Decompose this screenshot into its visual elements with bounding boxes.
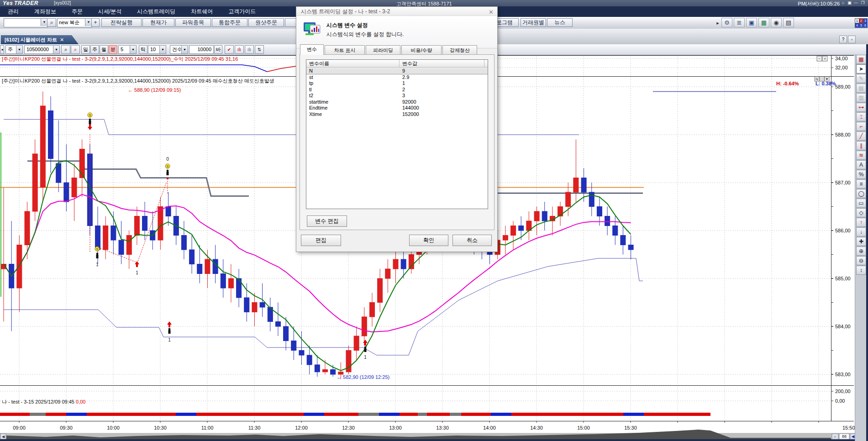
zoom-reset-icon[interactable]: ⌕: [71, 45, 80, 54]
hline-tool-icon[interactable]: ⊶: [856, 103, 866, 112]
menu-item-2[interactable]: 주문: [64, 8, 90, 16]
toolbar-button-2[interactable]: 파워종목: [175, 18, 211, 27]
bars-unit-button[interactable]: 바: [214, 45, 222, 54]
collapse-arrow-icon[interactable]: ◂: [0, 45, 4, 54]
menu-item-6[interactable]: 고객가이드: [221, 8, 263, 16]
search-button[interactable]: ⌕: [47, 18, 56, 27]
bars-input[interactable]: 10000: [189, 45, 214, 54]
updown-icon[interactable]: ⇅: [255, 45, 264, 54]
close-icon[interactable]: ✕: [489, 8, 494, 17]
cross-tool-icon[interactable]: ✚: [856, 237, 866, 246]
diamond-tool-icon[interactable]: ◇: [856, 208, 866, 217]
vline-tool-icon[interactable]: ⌶: [856, 112, 866, 121]
toolbar-button-0[interactable]: 전략실행: [101, 18, 142, 27]
help-button[interactable]: ?: [839, 36, 847, 43]
doc-icon[interactable]: ▤: [856, 84, 866, 93]
red-bars-icon[interactable]: ılı: [235, 45, 244, 54]
menu-item-0[interactable]: 관리: [0, 8, 26, 16]
monitor-icon[interactable]: ▣: [847, 0, 852, 5]
variable-row-Endtime[interactable]: Endtime144000: [306, 105, 488, 111]
variable-edit-button[interactable]: 변수 편집: [307, 215, 347, 227]
trendline-icon[interactable]: ╱: [856, 131, 866, 141]
dialog-tab-1[interactable]: 차트 표시: [325, 45, 365, 55]
clipboard-icon[interactable]: ▥: [856, 93, 866, 102]
home-icon[interactable]: ⌂: [840, 0, 846, 5]
tab-simulation-chart[interactable]: [6102] 시뮬레이션 차트✕: [1, 35, 79, 44]
toolbar-button-1[interactable]: 현재가: [142, 18, 174, 27]
cancel-button[interactable]: 취소: [452, 235, 492, 246]
printer-icon[interactable]: ▤: [783, 18, 794, 27]
toolbar-button-right-1[interactable]: 거래원별: [521, 18, 546, 27]
variable-row-starttime[interactable]: starttime92000: [306, 99, 488, 105]
strategy-list-icon[interactable]: ≣: [734, 18, 745, 27]
variable-row-tp[interactable]: tp1: [306, 80, 488, 87]
rect-tool-icon[interactable]: ▭: [856, 199, 866, 208]
period-button-주[interactable]: 주: [90, 45, 99, 54]
zoom-out-icon[interactable]: ⊖: [856, 256, 866, 265]
variable-row-st[interactable]: st2.9: [306, 74, 488, 81]
percent-tool-icon[interactable]: %: [856, 170, 866, 179]
chevron-down-icon[interactable]: ▼: [85, 19, 92, 26]
menu-item-3[interactable]: 시세/분석: [90, 8, 129, 16]
parallel-line-icon[interactable]: ∥: [856, 141, 866, 150]
symbol-search-combo[interactable]: ▼: [4, 18, 48, 27]
period-button-분[interactable]: 분: [109, 45, 117, 54]
ok-button[interactable]: 확인: [409, 235, 448, 246]
column-header-name[interactable]: 변수이름: [306, 60, 400, 68]
monitor-icon[interactable]: ▣: [746, 18, 757, 27]
dialog-tab-2[interactable]: 피라미딩: [366, 45, 400, 55]
menu-item-1[interactable]: 계좌정보: [26, 8, 64, 16]
gear-icon[interactable]: ⚙: [721, 18, 732, 27]
dialog-tab-0[interactable]: 변수: [300, 44, 324, 55]
gray-bars-icon[interactable]: ılı: [245, 45, 254, 54]
zoom-icon[interactable]: ⌕: [61, 45, 70, 54]
fibonacci-icon[interactable]: ≡: [856, 179, 866, 189]
period-type-combo[interactable]: 주▼: [5, 45, 23, 54]
toolbar-button-right-2[interactable]: 뉴스: [547, 18, 573, 27]
period-button-일[interactable]: 일: [81, 45, 90, 54]
circle-tool-icon[interactable]: ◯: [856, 189, 866, 198]
tab-close-icon[interactable]: ✕: [60, 37, 64, 42]
layout-grid-icon[interactable]: ▦: [758, 18, 769, 27]
screen-cell-6[interactable]: 6: [863, 23, 868, 28]
tick-button[interactable]: 틱: [139, 45, 147, 54]
variable-row-N[interactable]: N9: [306, 68, 488, 74]
edit-button[interactable]: 편집: [301, 235, 341, 246]
screen-layout-switcher[interactable]: 123456: [855, 18, 867, 27]
menu-item-5[interactable]: 차트쉐어: [183, 8, 221, 16]
count-combo[interactable]: 건수▼: [170, 45, 188, 54]
channel-icon[interactable]: ≋: [856, 151, 866, 160]
edit-icon[interactable]: ✎: [856, 74, 866, 83]
chevron-down-icon[interactable]: ▼: [41, 19, 47, 26]
cursor-icon[interactable]: ➤: [856, 64, 866, 74]
zoom-in-icon[interactable]: ⊕: [856, 247, 866, 256]
tab-options-button[interactable]: ▫: [848, 36, 856, 43]
dialog-title-bar[interactable]: 시스템 트레이딩 설정 - 나 - test - 3-2 ✕: [296, 7, 497, 16]
variable-row-t2[interactable]: t23: [306, 93, 488, 99]
variable-row-tl[interactable]: tl2: [306, 87, 488, 93]
grid-icon[interactable]: ▦: [856, 55, 866, 64]
camera-icon[interactable]: ◉: [771, 18, 782, 27]
toolbar-button-3[interactable]: 통합주문: [212, 18, 247, 27]
tick-combo[interactable]: 10▼: [148, 45, 166, 54]
toolbar-button-4[interactable]: 원샷주문: [248, 18, 284, 27]
variable-list[interactable]: 변수이름 변수값 N9st2.9tp1tl2t23starttime92000E…: [306, 59, 488, 209]
menu-item-4[interactable]: 시스템트레이딩: [129, 8, 183, 16]
text-tool-icon[interactable]: A: [856, 160, 866, 169]
minute-combo[interactable]: 5▼: [118, 45, 137, 54]
minimize-button[interactable]: —: [853, 0, 859, 5]
column-header-value[interactable]: 변수값: [400, 60, 484, 68]
add-button[interactable]: +: [91, 18, 100, 27]
signal-check-icon[interactable]: ✔: [225, 45, 234, 54]
variable-row-Xtime[interactable]: Xtime152000: [306, 111, 488, 118]
arrow-up-tool-icon[interactable]: ↑: [856, 218, 866, 227]
restore-button[interactable]: ❐: [860, 0, 866, 5]
symbol-code-combo[interactable]: 10500000▼: [24, 45, 60, 54]
elbow-line-icon[interactable]: ⌐: [856, 122, 866, 131]
arrow-down-tool-icon[interactable]: ↓: [856, 227, 866, 236]
period-button-월[interactable]: 월: [100, 45, 108, 54]
dialog-tab-4[interactable]: 강제청산: [442, 45, 477, 55]
expand-arrow-icon[interactable]: ▸: [715, 19, 721, 28]
expand-vert-icon[interactable]: ↕: [856, 266, 866, 275]
dialog-tab-3[interactable]: 비용/수량: [401, 45, 442, 55]
